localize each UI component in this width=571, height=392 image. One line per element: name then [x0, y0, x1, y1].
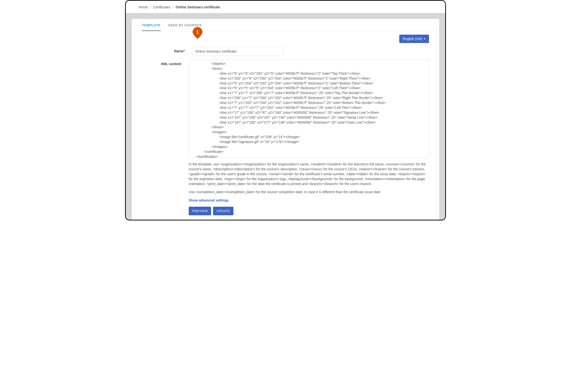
show-advanced-link[interactable]: Show advanced settings — [189, 198, 229, 202]
breadcrumb-home[interactable]: Home — [139, 5, 148, 9]
breadcrumb: Home / Certificates / Online Seminars ce… — [139, 5, 432, 9]
language-select[interactable]: English (US) — [399, 35, 429, 43]
breadcrumb-current: Online Seminars certificate — [176, 5, 220, 9]
name-label: Name* — [142, 47, 192, 53]
breadcrumb-sep: / — [150, 5, 151, 9]
name-input[interactable] — [192, 47, 283, 56]
tab-used-by-courses[interactable]: USED BY COURSES — [168, 19, 202, 31]
language-label: English (US) — [403, 37, 422, 41]
xml-content-textarea[interactable] — [189, 60, 429, 158]
breadcrumb-sep: / — [172, 5, 173, 9]
help-text-2: Use <completion_date></completion_date> … — [189, 190, 429, 195]
update-button[interactable]: UPDATE — [213, 207, 233, 215]
help-text-1: In the template, use <organization></org… — [189, 162, 429, 186]
tab-template[interactable]: TEMPLATE — [142, 19, 161, 31]
caret-down-icon — [424, 38, 426, 40]
breadcrumb-certificates[interactable]: Certificates — [153, 5, 170, 9]
tabs: TEMPLATE USED BY COURSES — [132, 19, 439, 31]
main-card: TEMPLATE USED BY COURSES English (US) Na… — [132, 19, 439, 220]
xml-content-label: XML content — [142, 60, 189, 66]
breadcrumb-bar: Home / Certificates / Online Seminars ce… — [126, 1, 445, 13]
preview-button[interactable]: PREVIEW — [189, 207, 211, 215]
